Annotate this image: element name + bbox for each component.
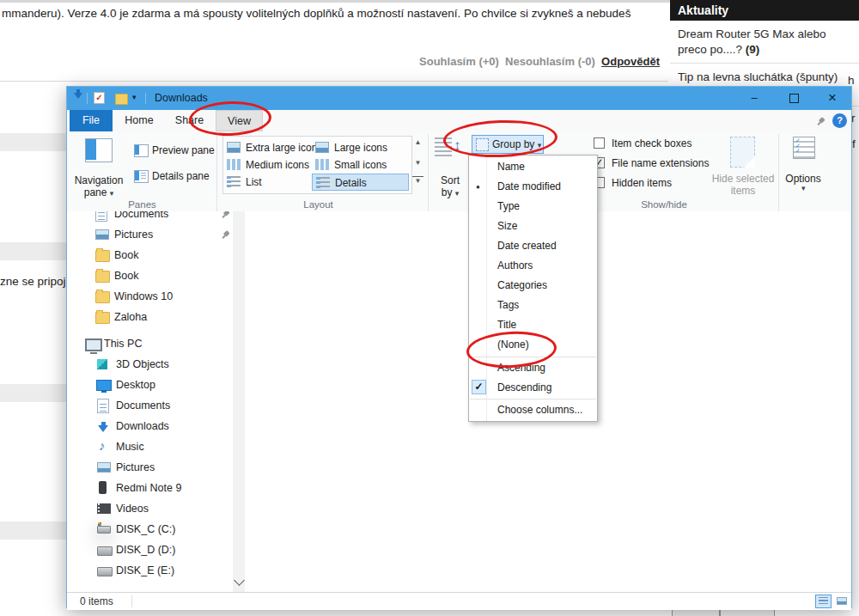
document-icon bbox=[97, 399, 109, 413]
panes-group-label: Panes bbox=[101, 199, 183, 210]
help-icon[interactable]: ? bbox=[832, 113, 847, 128]
desktop-icon bbox=[96, 380, 112, 391]
navigation-pane-label2: pane ▾ bbox=[72, 186, 125, 198]
scroll-down-chevron-icon[interactable] bbox=[234, 575, 245, 586]
menu-item-choose-columns[interactable]: Choose columns... bbox=[469, 400, 597, 420]
properties-icon[interactable]: ✓ bbox=[94, 92, 105, 104]
new-folder-icon[interactable] bbox=[115, 94, 128, 105]
thumbnail-view-toggle[interactable] bbox=[833, 595, 850, 608]
qat-customize-chevron-icon[interactable]: ▾ bbox=[132, 93, 137, 101]
hide-selected-label: Hide selected bbox=[707, 173, 779, 185]
layout-group-label: Layout bbox=[277, 199, 359, 210]
downloads-folder-icon bbox=[74, 93, 82, 103]
disagree-count[interactable]: Nesouhlasím (-0) bbox=[505, 55, 595, 68]
folder-icon bbox=[95, 271, 110, 283]
menu-item-name[interactable]: Name bbox=[469, 157, 597, 177]
details-pane-icon bbox=[134, 170, 149, 183]
film-icon bbox=[97, 503, 111, 514]
picture-icon bbox=[97, 462, 111, 473]
options-icon bbox=[793, 137, 815, 159]
qat-separator bbox=[145, 93, 146, 104]
menu-separator bbox=[470, 399, 596, 399]
show-hide-group-label: Show/hide bbox=[621, 199, 707, 210]
details-view-icon bbox=[316, 177, 330, 188]
menu-item-descending[interactable]: ✓ Descending bbox=[469, 378, 597, 398]
qat-separator bbox=[87, 93, 88, 104]
pin-ribbon-icon[interactable] bbox=[814, 115, 826, 127]
aktuality-item[interactable]: Dream Router 5G Max alebo preco po....? … bbox=[670, 21, 859, 64]
group-by-menu: Name ● Date modified Type Size Date crea… bbox=[468, 155, 598, 422]
minimize-button[interactable]: – bbox=[735, 87, 773, 109]
gallery-more-icon[interactable]: ▼ bbox=[412, 176, 423, 185]
preview-pane-icon bbox=[134, 144, 149, 157]
preview-pane-button[interactable]: Preview pane bbox=[134, 143, 216, 157]
title-bar[interactable]: ✓ ▾ Downloads – × bbox=[67, 87, 851, 110]
divider bbox=[0, 81, 668, 82]
window-title: Downloads bbox=[155, 87, 208, 110]
music-note-icon: ♪ bbox=[99, 439, 106, 453]
folder-icon bbox=[95, 250, 110, 262]
clipped-text-fragment: h bbox=[848, 74, 855, 87]
document-icon bbox=[95, 211, 107, 222]
menu-item-type[interactable]: Type bbox=[469, 197, 597, 217]
status-bar: 0 items bbox=[67, 592, 851, 610]
options-button[interactable]: Options ▾ bbox=[791, 135, 817, 200]
thumbnail-view-icon bbox=[837, 597, 847, 605]
pin-icon bbox=[219, 211, 231, 220]
pin-icon bbox=[219, 229, 231, 241]
medium-icons-icon bbox=[227, 159, 241, 170]
menu-item-categories[interactable]: Categories bbox=[469, 276, 597, 296]
picture-icon bbox=[95, 229, 109, 240]
tab-home[interactable]: Home bbox=[115, 110, 163, 131]
downloads-folder-icon-stem bbox=[76, 89, 80, 94]
layout-gallery: Extra large icons Large icons Medium ico… bbox=[222, 136, 412, 194]
items-count: 0 items bbox=[80, 593, 113, 610]
reply-link[interactable]: Odpovědět bbox=[601, 55, 660, 68]
drive-icon bbox=[97, 567, 113, 576]
folder-icon bbox=[95, 291, 110, 303]
navigation-pane-icon bbox=[85, 138, 113, 162]
chevron-down-icon: ▾ bbox=[455, 189, 460, 198]
gallery-scroll-up-icon[interactable]: ▲ bbox=[412, 138, 423, 146]
menu-item-tags[interactable]: Tags bbox=[469, 296, 597, 315]
chevron-down-icon: ▾ bbox=[801, 184, 806, 192]
file-name-extensions-label: File name extensions bbox=[612, 157, 709, 169]
cube-icon bbox=[97, 359, 107, 369]
layout-details-selected[interactable]: Details bbox=[312, 174, 409, 191]
hide-selected-items-button[interactable]: Hide selected items bbox=[716, 135, 771, 200]
list-view-icon bbox=[227, 176, 241, 187]
checkmark-icon: ✓ bbox=[472, 380, 486, 394]
menu-item-size[interactable]: Size bbox=[469, 217, 597, 236]
menu-item-date-modified[interactable]: ● Date modified bbox=[469, 177, 597, 197]
details-view-toggle[interactable] bbox=[815, 595, 832, 608]
extra-large-icons-icon bbox=[227, 142, 241, 153]
computer-icon bbox=[85, 338, 102, 351]
list-view-icon bbox=[819, 597, 828, 605]
sort-by-label: Sort bbox=[430, 174, 471, 186]
preview-pane-label: Preview pane bbox=[152, 144, 215, 156]
sort-by-label2: by ▾ bbox=[430, 186, 471, 198]
details-pane-label: Details pane bbox=[152, 170, 210, 182]
chevron-down-icon: ▾ bbox=[110, 189, 114, 198]
navigation-pane-button[interactable]: Navigation pane ▾ bbox=[84, 138, 113, 200]
radio-bullet-icon: ● bbox=[476, 177, 480, 197]
options-label: Options bbox=[782, 173, 825, 185]
phone-icon bbox=[99, 481, 107, 494]
menu-item-authors[interactable]: Authors bbox=[469, 256, 597, 276]
drive-icon bbox=[97, 546, 113, 556]
drive-icon bbox=[97, 526, 111, 534]
menu-item-date-created[interactable]: Date created bbox=[469, 236, 597, 256]
small-icons-icon bbox=[315, 159, 329, 170]
maximize-button[interactable] bbox=[775, 87, 813, 109]
maximize-icon bbox=[789, 94, 799, 103]
close-button[interactable]: × bbox=[813, 87, 851, 109]
tab-file[interactable]: File bbox=[70, 110, 113, 131]
gallery-scroll-down-icon[interactable]: ▼ bbox=[412, 159, 423, 167]
large-icons-icon bbox=[315, 142, 329, 153]
agree-count[interactable]: Souhlasím (+0) bbox=[419, 55, 499, 68]
hide-selected-label2: items bbox=[707, 185, 779, 197]
vote-row: Souhlasím (+0) Nesouhlasím (-0) Odpovědě… bbox=[0, 55, 660, 68]
details-pane-button[interactable]: Details pane bbox=[134, 169, 216, 183]
sidebar-scrollbar[interactable] bbox=[233, 211, 245, 592]
checkbox-unchecked-icon[interactable] bbox=[594, 137, 605, 149]
